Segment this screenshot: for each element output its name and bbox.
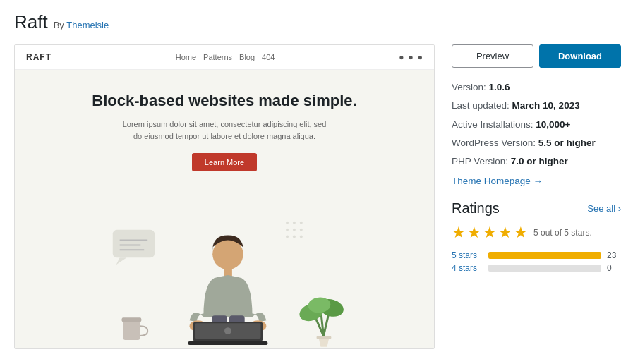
5stars-count: 23 xyxy=(607,250,621,260)
5stars-fill xyxy=(488,252,601,259)
mockup-social-icons: ● ● ● xyxy=(399,52,423,62)
rating-bar-5stars: 5 stars 23 xyxy=(452,250,621,260)
installs-row: Active Installations: 10,000+ xyxy=(452,118,621,132)
star-1: ★ xyxy=(452,224,466,242)
stars-summary-text: 5 out of 5 stars. xyxy=(533,228,592,238)
svg-point-0 xyxy=(286,222,289,224)
star-4: ★ xyxy=(498,224,512,242)
svg-point-4 xyxy=(293,229,296,231)
facebook-icon: ● xyxy=(399,52,404,62)
see-all-link[interactable]: See all › xyxy=(587,203,621,214)
svg-point-6 xyxy=(286,236,289,238)
updated-row: Last updated: March 10, 2023 xyxy=(452,99,621,113)
main-layout: RAFT Home Patterns Blog 404 ● ● ● Block-… xyxy=(14,44,619,349)
ratings-header: Ratings See all › xyxy=(452,200,621,217)
svg-point-1 xyxy=(293,222,296,224)
svg-rect-15 xyxy=(122,317,142,322)
star-3: ★ xyxy=(483,224,497,242)
ratings-title: Ratings xyxy=(452,200,500,217)
ratings-section: Ratings See all › ★ ★ ★ ★ ★ 5 out of 5 s… xyxy=(452,200,621,273)
svg-rect-26 xyxy=(317,336,332,339)
svg-point-8 xyxy=(300,236,303,238)
theme-homepage-link[interactable]: Theme Homepage → xyxy=(452,176,543,186)
mockup-hero: Block-based websites made simple. Lorem … xyxy=(15,70,434,178)
mockup-heading: Block-based websites made simple. xyxy=(92,91,356,111)
svg-rect-14 xyxy=(123,320,140,340)
theme-illustration xyxy=(29,209,420,348)
svg-rect-25 xyxy=(188,341,268,345)
page-header: Raft By Themeisle xyxy=(14,11,619,33)
action-buttons: Preview Download xyxy=(452,44,621,68)
version-row: Version: 1.0.6 xyxy=(452,80,621,95)
5stars-label[interactable]: 5 stars xyxy=(452,250,483,260)
svg-marker-13 xyxy=(116,257,127,265)
download-button[interactable]: Download xyxy=(539,44,621,68)
meta-info: Version: 1.0.6 Last updated: March 10, 2… xyxy=(452,80,621,186)
author-byline: By Themeisle xyxy=(54,20,109,30)
rating-bar-4stars: 4 stars 0 xyxy=(452,263,621,273)
wp-version-row: WordPress Version: 5.5 or higher xyxy=(452,136,621,150)
instagram-icon: ● xyxy=(408,52,413,62)
mockup-illustration xyxy=(15,178,434,348)
theme-preview-pane: RAFT Home Patterns Blog 404 ● ● ● Block-… xyxy=(14,44,435,349)
preview-button[interactable]: Preview xyxy=(452,44,533,68)
mockup-subtext: Lorem ipsum dolor sit amet, consectetur … xyxy=(119,119,330,143)
mockup-nav-links: Home Patterns Blog 404 xyxy=(176,53,275,61)
sidebar: Preview Download Version: 1.0.6 Last upd… xyxy=(452,44,621,273)
svg-point-24 xyxy=(224,327,231,334)
svg-point-2 xyxy=(300,222,303,224)
svg-rect-9 xyxy=(113,230,155,258)
mockup-logo: RAFT xyxy=(26,52,52,62)
mockup-cta-button[interactable]: Learn More xyxy=(192,153,257,171)
twitter-icon: ● xyxy=(418,52,423,62)
4stars-track xyxy=(488,265,601,272)
mockup-navbar: RAFT Home Patterns Blog 404 ● ● ● xyxy=(15,45,434,70)
star-2: ★ xyxy=(467,224,481,242)
theme-mockup: RAFT Home Patterns Blog 404 ● ● ● Block-… xyxy=(15,45,434,348)
svg-point-5 xyxy=(300,229,303,231)
page-title: Raft xyxy=(14,11,48,33)
svg-point-7 xyxy=(293,236,296,238)
php-version-row: PHP Version: 7.0 or higher xyxy=(452,154,621,169)
author-link[interactable]: Themeisle xyxy=(66,20,109,30)
stars-summary: ★ ★ ★ ★ ★ 5 out of 5 stars. xyxy=(452,224,621,242)
4stars-label[interactable]: 4 stars xyxy=(452,263,483,273)
stars-row: ★ ★ ★ ★ ★ xyxy=(452,224,528,242)
star-5: ★ xyxy=(514,224,528,242)
rating-bars: 5 stars 23 4 stars 0 xyxy=(452,250,621,273)
5stars-track xyxy=(488,252,601,259)
4stars-count: 0 xyxy=(607,263,621,273)
svg-point-3 xyxy=(286,229,289,231)
